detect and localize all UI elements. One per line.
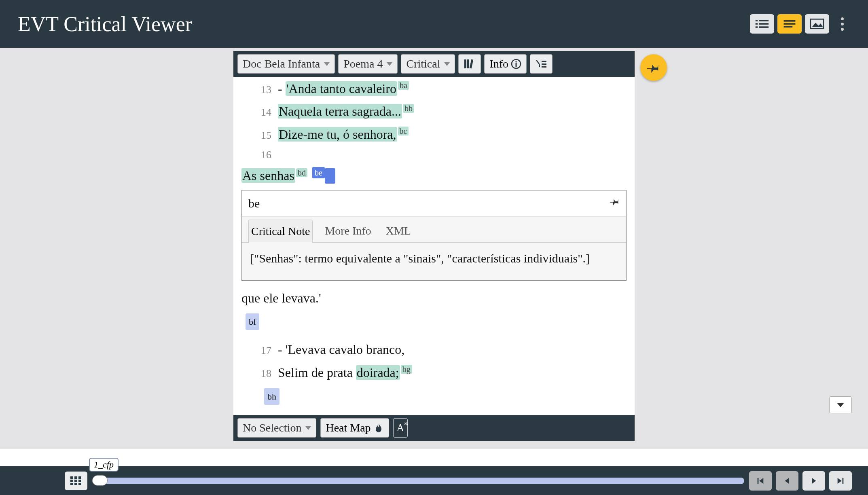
thumbnail-grid-button[interactable]	[65, 472, 87, 490]
svg-rect-16	[516, 63, 517, 67]
nav-first-button[interactable]	[749, 471, 772, 491]
apparatus-ref[interactable]: ba	[398, 81, 409, 90]
highlighted-text[interactable]: Naquela terra sagrada...	[278, 104, 402, 118]
more-menu-button[interactable]	[832, 14, 852, 34]
info-icon	[511, 59, 521, 69]
note-pin-button[interactable]	[610, 194, 620, 212]
tab-critical-note[interactable]: Critical Note	[248, 220, 313, 243]
slider-thumb[interactable]	[92, 475, 108, 486]
witnesses-button[interactable]	[458, 54, 481, 74]
edition-selector[interactable]: Critical	[401, 54, 455, 74]
tab-xml[interactable]: XML	[383, 220, 413, 243]
selection-marker[interactable]	[325, 168, 335, 184]
page-slider[interactable]: 1_cfp	[92, 475, 744, 487]
svg-marker-31	[785, 478, 789, 484]
slider-track[interactable]	[92, 478, 744, 484]
svg-rect-19	[542, 66, 546, 68]
panel-bottom-toolbar: No Selection Heat Map A✲	[233, 415, 635, 441]
text-line: 17 - 'Levava cavalo branco,	[241, 338, 627, 360]
apparatus-ref[interactable]: bc	[398, 127, 409, 135]
apparatus-tag[interactable]: bh	[264, 388, 279, 405]
line-number: 17	[258, 342, 278, 360]
svg-rect-18	[542, 63, 546, 65]
panel-toolbar: Doc Bela Infanta Poema 4 Critical Info	[233, 51, 635, 77]
svg-rect-5	[759, 26, 768, 28]
expand-dropdown[interactable]	[829, 396, 852, 413]
svg-rect-22	[78, 476, 81, 479]
apparatus-ref[interactable]: bd	[296, 168, 307, 177]
header-toolbar	[750, 14, 852, 34]
svg-rect-28	[78, 483, 81, 485]
app-title: EVT Critical Viewer	[18, 12, 192, 36]
highlighted-text[interactable]: As senhas	[241, 168, 295, 183]
edition-selector-label: Critical	[406, 57, 440, 70]
svg-rect-21	[74, 476, 77, 479]
svg-rect-17	[542, 61, 546, 62]
poem-selector[interactable]: Poema 4	[338, 54, 398, 74]
view-list-button[interactable]	[750, 14, 774, 34]
filter-button[interactable]	[530, 54, 553, 74]
apparatus-ref-active[interactable]: be	[312, 167, 325, 178]
note-title: be	[248, 193, 260, 214]
svg-rect-23	[70, 480, 73, 482]
text-content[interactable]: 13 - 'Anda tanto cavaleiroba 14 Naquela …	[233, 77, 635, 415]
selection-selector[interactable]: No Selection	[237, 418, 316, 438]
chevron-down-icon	[324, 62, 330, 66]
flame-icon	[373, 423, 384, 433]
heatmap-button[interactable]: Heat Map	[320, 418, 389, 438]
svg-rect-12	[467, 59, 469, 68]
pin-icon	[647, 61, 660, 74]
view-image-button[interactable]	[805, 14, 829, 34]
nav-prev-button[interactable]	[776, 471, 798, 491]
grid-icon	[70, 476, 82, 486]
apparatus-tag[interactable]: bf	[246, 313, 259, 330]
highlighted-text[interactable]: 'Anda tanto cavaleiro	[286, 81, 397, 96]
svg-rect-2	[756, 23, 758, 25]
view-text-button[interactable]	[777, 14, 802, 34]
tab-more-info[interactable]: More Info	[322, 220, 373, 243]
chevron-down-icon	[444, 62, 450, 66]
text-line: 13 - 'Anda tanto cavaleiroba	[241, 78, 627, 99]
svg-rect-25	[78, 480, 81, 482]
text-panel: Doc Bela Infanta Poema 4 Critical Info	[233, 51, 635, 441]
note-tabs: Critical Note More Info XML	[242, 216, 626, 243]
svg-point-15	[515, 61, 517, 63]
svg-rect-4	[756, 26, 758, 28]
line-number: 15	[258, 127, 278, 144]
apparatus-ref[interactable]: bg	[401, 365, 412, 374]
line-number: 16	[258, 146, 278, 164]
svg-rect-20	[70, 476, 73, 479]
apparatus-ref[interactable]: bb	[403, 104, 414, 113]
pin-icon	[610, 197, 620, 206]
info-button[interactable]: Info	[484, 54, 527, 74]
slider-value-label: 1_cfp	[89, 458, 119, 472]
highlighted-text[interactable]: Dize-me tu, ó senhora,	[278, 127, 397, 142]
app-footer: 1_cfp	[0, 466, 868, 495]
pin-panel-button[interactable]	[640, 54, 667, 81]
nav-next-button[interactable]	[802, 471, 825, 491]
document-selector[interactable]: Doc Bela Infanta	[237, 54, 335, 74]
svg-rect-6	[784, 20, 796, 22]
critical-note-panel: be Critical Note More Info XML ["Senhas"…	[241, 190, 627, 281]
highlighted-text[interactable]: doirada;	[356, 365, 400, 380]
books-icon	[464, 58, 476, 70]
svg-marker-10	[812, 23, 823, 27]
text-line: 14 Naquela terra sagrada...bb	[241, 100, 627, 122]
text-fragment: As senhasbd be	[241, 165, 627, 186]
font-settings-button[interactable]: A✲	[393, 418, 408, 438]
nav-last-button[interactable]	[829, 471, 852, 491]
svg-rect-13	[470, 59, 473, 69]
info-label: Info	[489, 57, 508, 70]
chevron-down-icon	[837, 403, 844, 407]
svg-rect-9	[811, 19, 824, 28]
document-selector-label: Doc Bela Infanta	[243, 57, 320, 70]
workspace: Doc Bela Infanta Poema 4 Critical Info	[0, 48, 868, 449]
svg-rect-3	[759, 23, 768, 25]
svg-rect-29	[758, 478, 759, 484]
text-fragment: que ele levava.'	[241, 287, 627, 309]
note-body: ["Senhas": termo equivalente a "sinais",…	[242, 243, 626, 280]
heatmap-label: Heat Map	[326, 421, 370, 434]
nav-buttons	[749, 471, 852, 491]
svg-rect-7	[784, 23, 796, 25]
svg-marker-33	[838, 478, 842, 484]
